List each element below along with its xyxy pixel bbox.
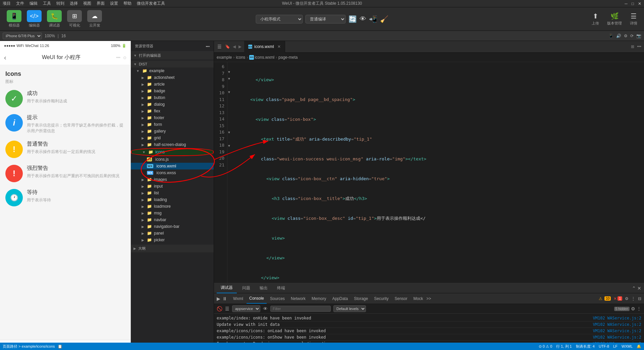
settings-icon[interactable]: ⚙	[624, 34, 628, 38]
clean-button[interactable]: 🧹	[380, 15, 388, 23]
visual-tool[interactable]: ⊞ 可视化	[67, 10, 82, 28]
menu-help[interactable]: 帮助	[123, 1, 131, 6]
folder-button[interactable]: ▶ 📁 button	[131, 94, 214, 101]
folder-flex[interactable]: ▶ 📁 flex	[131, 108, 214, 114]
pause-icon[interactable]: ⏸	[222, 296, 227, 301]
debugger-tool[interactable]: 🐛 调试器	[47, 10, 62, 28]
menu-view[interactable]: 视图	[83, 1, 91, 6]
tab-wxml[interactable]: Wxml	[230, 294, 246, 304]
device-icon[interactable]: 📱	[608, 34, 613, 38]
file-icons-wxml[interactable]: WX icons.wxml	[131, 163, 214, 169]
real-test-button[interactable]: 📲	[369, 15, 377, 23]
tab-security[interactable]: Security	[371, 294, 391, 304]
file-icons-wxss[interactable]: WX icons.wxss	[131, 169, 214, 176]
version-tool[interactable]: 🌿 版本管理	[607, 12, 622, 26]
devtools-settings-icon[interactable]: ⚙	[625, 296, 629, 301]
log-src-2[interactable]: VM102 WAService.js:2	[593, 322, 642, 327]
breadcrumb-meta[interactable]: page-meta	[278, 55, 298, 60]
folder-picker[interactable]: ▶ 📁 picker	[131, 237, 214, 243]
tab-mock[interactable]: Mock	[411, 294, 426, 304]
tab-network[interactable]: Network	[288, 294, 308, 304]
panel-close-icon[interactable]: ✕	[637, 286, 641, 291]
log-src-1[interactable]: VM102 WAService.js:2	[593, 316, 642, 320]
clear-console-icon[interactable]: 🚫	[217, 306, 222, 311]
folder-icons[interactable]: ▼ 📁 icons	[131, 148, 214, 156]
details-tool[interactable]: ☰ 详情	[630, 12, 637, 26]
cloud-tool[interactable]: ☁ 云开发	[87, 10, 102, 28]
folder-footer[interactable]: ▶ 📁 footer	[131, 114, 214, 121]
menu-edit[interactable]: 编辑	[30, 1, 38, 6]
back-icon[interactable]: ‹	[4, 54, 6, 61]
folder-gallery[interactable]: ▶ 📁 gallery	[131, 128, 214, 135]
folder-images[interactable]: ▶ 📁 images	[131, 176, 214, 183]
audio-icon[interactable]: 🔊	[616, 34, 621, 38]
rotate-icon[interactable]: ⟳	[630, 34, 634, 38]
status-copy-icon[interactable]: 📋	[58, 344, 62, 349]
log-src-3[interactable]: VM102 WAService.js:2	[593, 329, 642, 333]
simulator-tool[interactable]: 📱 模拟器	[7, 10, 21, 28]
folder-msg[interactable]: ▶ 📁 msg	[131, 210, 214, 216]
tab-list-icon[interactable]: ☰	[215, 44, 224, 49]
folder-navbar[interactable]: ▶ 📁 navbar	[131, 216, 214, 223]
folder-nav-bar[interactable]: ▶ 📁 navigation-bar	[131, 223, 214, 230]
folder-form[interactable]: ▶ 📁 form	[131, 121, 214, 128]
compile-mode-select[interactable]: 小程序模式	[256, 15, 303, 23]
log-src-4[interactable]: VM102 WAService.js:2	[593, 335, 642, 340]
menu-select[interactable]: 选择	[70, 1, 78, 6]
tab-debugger[interactable]: 调试器	[217, 283, 237, 293]
folder-input[interactable]: ▶ 📁 input	[131, 183, 214, 190]
editor-tab-active[interactable]: WX icons.wxml ✕	[244, 41, 285, 53]
devtools-more-icon[interactable]: ⋮	[631, 296, 635, 301]
tab-console[interactable]: Console	[247, 294, 267, 304]
compile-type-select[interactable]: 普通编译	[306, 15, 346, 23]
menu-goto[interactable]: 转到	[56, 1, 64, 6]
menu-tool[interactable]: 工具	[43, 1, 51, 6]
breadcrumb-file[interactable]: icons.wxml	[255, 55, 274, 60]
folder-badge[interactable]: ▶ 📁 badge	[131, 88, 214, 94]
editor-more-icon[interactable]: •••	[637, 44, 641, 49]
close-button[interactable]: ✕	[638, 1, 641, 6]
tab-terminal[interactable]: 终端	[273, 283, 289, 293]
folder-article[interactable]: ▶ 📁 article	[131, 81, 214, 88]
minimize-button[interactable]: ─	[625, 1, 628, 6]
folder-actionsheet[interactable]: ▶ 📁 actionsheet	[131, 74, 214, 81]
back-nav-icon[interactable]: ◀	[231, 44, 237, 49]
file-icons-js[interactable]: JS icons.js	[131, 156, 214, 163]
expand-icon[interactable]: ☰	[225, 306, 229, 311]
code-editor[interactable]: </view> <view class="page__bd page__bd_s…	[234, 62, 644, 283]
preview-button[interactable]: 👁	[360, 15, 366, 23]
more-icon[interactable]: •••	[116, 55, 120, 60]
capture-icon[interactable]: ⊙	[123, 55, 126, 60]
device-select[interactable]: iPhone 6/7/8 Plus	[3, 33, 42, 39]
refresh-button[interactable]: 🔄	[348, 15, 357, 23]
tab-sources[interactable]: Sources	[267, 294, 287, 304]
filter-input[interactable]	[270, 306, 331, 312]
menu-file[interactable]: 文件	[16, 1, 24, 6]
panel-collapse-icon[interactable]: ⌃	[632, 286, 636, 291]
tab-storage[interactable]: Storage	[351, 294, 371, 304]
tab-memory[interactable]: Memory	[309, 294, 329, 304]
menu-interface[interactable]: 界面	[97, 1, 105, 6]
context-select[interactable]: appservice	[232, 305, 260, 312]
menu-weixin[interactable]: 微信开发者工具	[137, 1, 165, 6]
folder-example[interactable]: ▼ 📁 example	[131, 67, 214, 74]
folder-loading[interactable]: ▶ 📁 loading	[131, 196, 214, 203]
maximize-button[interactable]: □	[632, 1, 634, 6]
outline-section[interactable]: ▶ 大纲	[131, 245, 214, 252]
run-icon[interactable]: ▶	[217, 296, 220, 301]
menu-project[interactable]: 项目	[3, 1, 11, 6]
breadcrumb-example[interactable]: example	[217, 55, 232, 60]
console-settings-icon[interactable]: ⚙	[631, 306, 635, 311]
breadcrumb-icons[interactable]: icons	[236, 55, 245, 60]
tab-output[interactable]: 输出	[256, 283, 272, 293]
console-more-icon[interactable]: ⋮	[637, 306, 641, 311]
editor-tool[interactable]: </> 编辑器	[27, 10, 42, 28]
dist-section[interactable]: ▼ DIST	[131, 61, 214, 67]
tab-close-icon[interactable]: ✕	[277, 44, 281, 49]
screenshot-icon[interactable]: 📷	[636, 34, 641, 38]
folder-dialog[interactable]: ▶ 📁 dialog	[131, 101, 214, 108]
tab-issues[interactable]: 问题	[238, 283, 254, 293]
forward-nav-icon[interactable]: ▶	[237, 44, 243, 49]
menu-settings[interactable]: 设置	[110, 1, 118, 6]
open-editors-section[interactable]: ▼ 打开的编辑器	[131, 52, 214, 59]
